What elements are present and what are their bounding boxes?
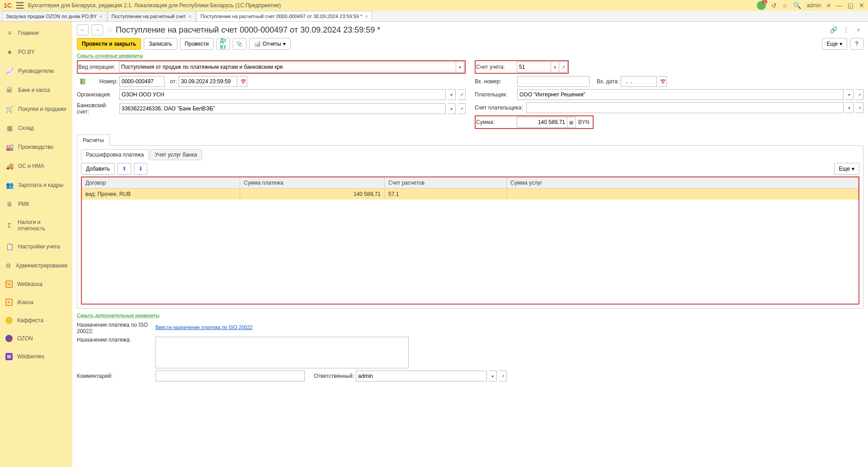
dropdown-icon[interactable]: ▾	[448, 103, 456, 114]
sidebar-item-warehouse[interactable]: ▦Склад	[0, 119, 72, 138]
dropdown-icon[interactable]: ▾	[489, 371, 497, 381]
table-row[interactable]: вид: Прочее, RUB 140 589,71 57.1	[82, 189, 859, 200]
sidebar-item-production[interactable]: 🏭Производство	[0, 138, 72, 157]
iso-link[interactable]: Ввести назначение платежа по ISO 20022	[156, 324, 253, 330]
subtab-bank-services[interactable]: Учет услуг банка	[150, 149, 202, 160]
close-icon[interactable]: ✕	[859, 2, 864, 9]
resp-field[interactable]	[356, 371, 487, 381]
calc-icon[interactable]: ▦	[567, 117, 576, 128]
sidebar-item-assets[interactable]: 🚚ОС и НМА	[0, 157, 72, 176]
notification-icon[interactable]: 1	[757, 1, 766, 10]
th-services[interactable]: Сумма услуг	[507, 177, 859, 188]
org-field[interactable]	[119, 89, 446, 100]
dropdown-icon[interactable]: ▾	[448, 89, 456, 100]
favorite-icon[interactable]: ☆	[106, 25, 113, 35]
th-contract[interactable]: Договор	[82, 177, 240, 188]
post-and-close-button[interactable]: Провести и закрыть	[77, 38, 141, 50]
th-acct[interactable]: Счет расчетов	[385, 177, 507, 188]
hide-main-link[interactable]: Скрыть основные реквизиты	[77, 53, 143, 58]
write-button[interactable]: Записать	[144, 38, 177, 50]
cell-contract[interactable]: вид: Прочее, RUB	[82, 189, 240, 200]
bank-field[interactable]	[119, 103, 446, 114]
dropdown-icon[interactable]: ▾	[456, 62, 464, 72]
th-amount[interactable]: Сумма платежа	[240, 177, 385, 188]
cell-services[interactable]	[507, 189, 859, 200]
cell-amount[interactable]: 140 589,71	[240, 189, 385, 200]
date-field[interactable]	[179, 76, 237, 87]
dropdown-icon[interactable]: ▾	[845, 102, 854, 113]
num-field[interactable]	[119, 76, 165, 87]
nav-back-button[interactable]: ←	[77, 24, 89, 35]
close-icon[interactable]: ×	[365, 14, 368, 19]
acct-field[interactable]	[517, 62, 551, 72]
ext-date-field[interactable]	[621, 76, 657, 87]
move-up-button[interactable]: ⬆	[118, 163, 131, 175]
sidebar-item-poby[interactable]: ★PO.BY	[0, 43, 72, 62]
nav-forward-button[interactable]: →	[91, 24, 103, 35]
more-button[interactable]: Еще ▾	[822, 38, 847, 50]
reports-button[interactable]: 📊 Отчеты ▾	[249, 38, 291, 50]
hide-extra-link[interactable]: Скрыть дополнительные реквизиты	[77, 313, 160, 318]
sidebar-item-bank[interactable]: 🏛Банк и касса	[0, 81, 72, 100]
ext-num-field[interactable]	[517, 76, 590, 87]
sidebar-item-wildberries[interactable]: WWildberries	[0, 348, 72, 366]
doc-tab-0[interactable]: Загрузка продаж OZON по дням PO.BY×	[2, 11, 107, 21]
more-icon[interactable]: ⋮	[841, 25, 851, 35]
open-icon[interactable]: ↗	[499, 371, 507, 381]
add-button[interactable]: Добавить	[81, 163, 115, 175]
open-icon[interactable]: ↗	[855, 89, 863, 100]
sidebar-item-webkassa[interactable]: WWebkassa	[0, 275, 72, 293]
dt-kt-button[interactable]: ДтКт	[217, 38, 230, 50]
open-icon[interactable]: ↗	[855, 102, 863, 113]
menu-icon[interactable]	[16, 2, 24, 9]
calendar-icon[interactable]: 📅	[239, 76, 247, 87]
cell-acct[interactable]: 57.1	[385, 189, 507, 200]
dropdown-icon[interactable]: ▾	[845, 89, 854, 100]
settings-icon[interactable]: ≡	[827, 2, 830, 9]
payer-acct-field[interactable]	[526, 102, 844, 113]
payer-acct-label: Счет плательщика:	[475, 105, 524, 111]
sidebar-item-rmk[interactable]: 🖥РМК	[0, 195, 72, 214]
subtab-breakdown[interactable]: Расшифровка платежа	[81, 149, 149, 160]
calendar-icon[interactable]: 📅	[659, 76, 667, 87]
sidebar-item-sales[interactable]: 🛒Покупки и продажи	[0, 100, 72, 119]
sidebar-item-kaffesta[interactable]: Каффеста	[0, 311, 72, 329]
sidebar-item-settings[interactable]: 📋Настройки учета	[0, 237, 72, 256]
post-button[interactable]: Провести	[180, 38, 214, 50]
close-icon[interactable]: ×	[189, 14, 191, 19]
history-icon[interactable]: ↺	[771, 2, 777, 9]
open-icon[interactable]: ↗	[559, 62, 567, 72]
sidebar-item-ozon[interactable]: OZON	[0, 329, 72, 348]
payer-field[interactable]	[517, 89, 844, 100]
tab-calculations[interactable]: Расчеты	[77, 134, 110, 146]
page-title: Поступление на расчетный счет 0000-00049…	[116, 25, 380, 35]
open-icon[interactable]: ↗	[458, 89, 466, 100]
open-icon[interactable]: ↗	[458, 103, 466, 114]
sidebar-item-main[interactable]: ≡Главное	[0, 24, 72, 43]
sidebar-item-ikassa[interactable]: KiKassa	[0, 293, 72, 311]
close-page-icon[interactable]: ×	[854, 25, 863, 35]
sidebar-item-manager[interactable]: 📈Руководителю	[0, 62, 72, 81]
star-icon[interactable]: ☆	[782, 2, 788, 9]
minimize-icon[interactable]: —	[836, 2, 842, 9]
restore-icon[interactable]: ◱	[848, 2, 854, 9]
doc-tab-1[interactable]: Поступление на расчетный счет×	[108, 11, 196, 21]
close-icon[interactable]: ×	[99, 14, 102, 19]
purpose-textarea[interactable]	[156, 337, 409, 368]
help-button[interactable]: ?	[850, 38, 863, 50]
user-label[interactable]: admin	[807, 2, 821, 9]
link-icon[interactable]: 🔗	[828, 25, 838, 35]
move-down-button[interactable]: ⬇	[134, 163, 147, 175]
dropdown-icon[interactable]: ▾	[551, 62, 559, 72]
sum-field[interactable]	[517, 117, 567, 128]
sidebar-item-admin[interactable]: ⚙Администрирование	[0, 256, 72, 275]
attach-button[interactable]: 📎	[233, 38, 246, 50]
table-more-button[interactable]: Еще ▾	[834, 163, 859, 175]
sidebar-item-tax[interactable]: ΣНалоги и отчетность	[0, 214, 72, 237]
doc-tab-2[interactable]: Поступление на расчетный счет 0000-00049…	[197, 11, 372, 21]
sidebar-item-hr[interactable]: 👥Зарплата и кадры	[0, 176, 72, 195]
payment-table: Договор Сумма платежа Счет расчетов Сумм…	[81, 176, 859, 305]
comment-field[interactable]	[156, 371, 305, 381]
op-type-field[interactable]	[119, 62, 456, 72]
search-icon[interactable]: 🔍	[793, 2, 801, 9]
